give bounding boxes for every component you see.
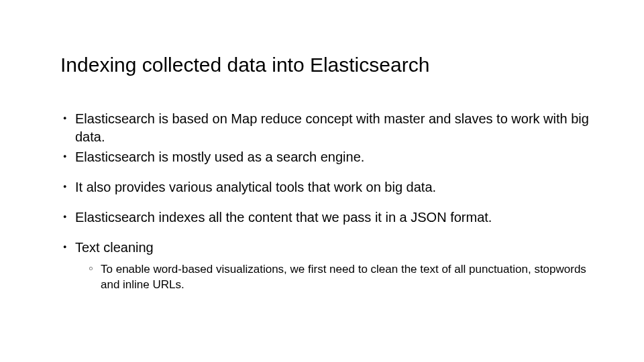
- slide-title: Indexing collected data into Elasticsear…: [60, 54, 597, 76]
- list-item: Elasticsearch is mostly used as a search…: [60, 148, 597, 166]
- sub-list: To enable word-based visualizations, we …: [87, 262, 597, 293]
- list-item: Text cleaning To enable word-based visua…: [60, 239, 597, 293]
- list-item: Elasticsearch is based on Map reduce con…: [60, 110, 597, 146]
- list-item: Elasticsearch indexes all the content th…: [60, 208, 597, 227]
- list-item: It also provides various analytical tool…: [60, 178, 597, 196]
- bullet-list: Elasticsearch is based on Map reduce con…: [60, 110, 597, 293]
- sub-list-item: To enable word-based visualizations, we …: [87, 262, 597, 293]
- list-item-text: Text cleaning: [75, 240, 154, 255]
